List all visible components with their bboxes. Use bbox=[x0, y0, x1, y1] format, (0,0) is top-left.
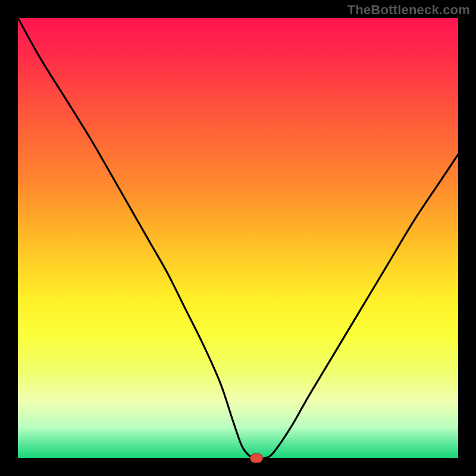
optimal-marker bbox=[250, 453, 263, 463]
chart-frame: TheBottleneck.com bbox=[0, 0, 476, 476]
bottleneck-curve bbox=[18, 18, 458, 458]
plot-area bbox=[18, 18, 458, 458]
watermark-text: TheBottleneck.com bbox=[347, 2, 470, 18]
